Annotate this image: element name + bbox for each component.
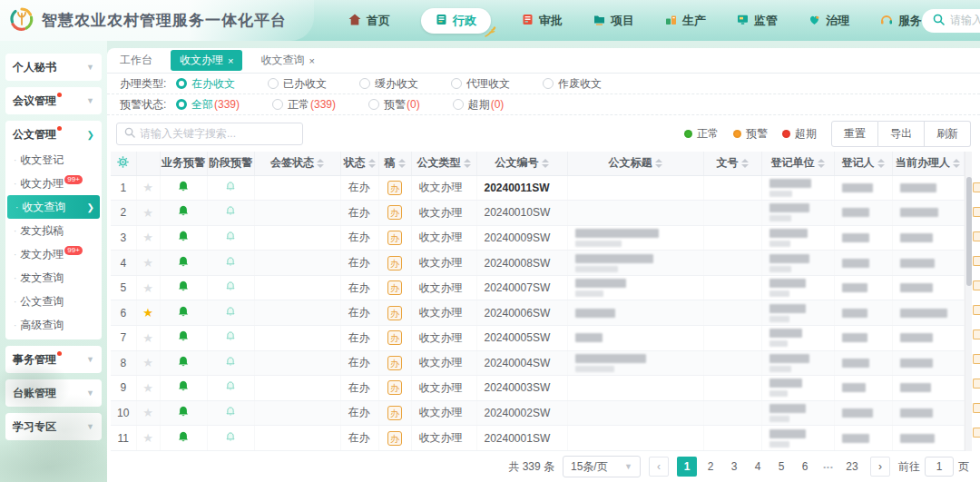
col-header-登记人[interactable]: 登记人 — [834, 152, 892, 175]
table-row[interactable]: 6★在办办收文办理20240006SW — [111, 300, 964, 326]
sidebar-item-发文查询[interactable]: ·发文查询 — [5, 266, 102, 290]
radio-type-缓办收文[interactable]: 缓办收文 — [359, 76, 418, 92]
col-header-公文标题[interactable]: 公文标题 — [567, 152, 703, 175]
sort-icon[interactable] — [877, 159, 885, 168]
radio-warning-全部[interactable]: 全部(339) — [176, 97, 240, 113]
sort-icon[interactable] — [655, 159, 662, 168]
star-icon[interactable]: ★ — [142, 231, 153, 244]
star-icon[interactable]: ★ — [142, 356, 153, 369]
table-row[interactable]: 7★在办办收文办理20240005SW — [111, 325, 964, 350]
sidebar-group-4[interactable]: 事务管理▼ — [5, 346, 102, 373]
star-icon[interactable]: ★ — [142, 206, 153, 220]
star-icon[interactable]: ★ — [142, 406, 153, 419]
sort-icon[interactable] — [953, 159, 960, 168]
nav-item-6[interactable]: 监管 — [737, 13, 778, 29]
page-button-3[interactable]: 3 — [724, 457, 744, 477]
col-header-col1[interactable] — [136, 152, 160, 175]
col-header-公文编号[interactable]: 公文编号 — [476, 152, 567, 175]
nav-item-2[interactable]: 行政 — [421, 8, 491, 34]
sort-icon[interactable] — [398, 159, 406, 168]
page-size-select[interactable]: 15条/页 ▼ — [563, 456, 641, 477]
vertical-scrollbar[interactable] — [965, 152, 972, 451]
radio-type-在办收文[interactable]: 在办收文 — [176, 76, 235, 92]
page-button-1[interactable]: 1 — [677, 457, 697, 477]
col-header-阶段预警[interactable]: 阶段预警 — [207, 152, 254, 175]
sidebar-item-发文办理[interactable]: ·发文办理99+ — [5, 242, 102, 266]
sort-icon[interactable] — [741, 159, 749, 168]
radio-type-作废收文[interactable]: 作废收文 — [543, 76, 602, 92]
sidebar-group-5[interactable]: 台账管理▼ — [5, 379, 102, 407]
sort-icon[interactable] — [317, 159, 324, 168]
sidebar-item-收文办理[interactable]: ·收文办理99+ — [5, 172, 102, 195]
close-icon[interactable]: × — [309, 55, 314, 66]
table-row[interactable]: 5★在办办收文办理20240007SW — [111, 275, 964, 300]
action-icon[interactable] — [973, 207, 980, 217]
sort-icon[interactable] — [464, 159, 471, 168]
table-row[interactable]: 9★在办办收文办理20240003SW — [111, 376, 964, 401]
nav-item-7[interactable]: 治理 — [808, 13, 849, 29]
star-icon[interactable]: ★ — [142, 306, 153, 320]
nav-item-1[interactable]: 首页 — [348, 13, 390, 29]
col-header-业务预警[interactable]: 业务预警 — [160, 152, 207, 175]
table-row[interactable]: 2★在办办收文办理20240010SW — [111, 201, 964, 226]
导出-button[interactable]: 导出 — [878, 121, 925, 147]
col-header-登记单位[interactable]: 登记单位 — [761, 152, 834, 175]
col-header-col0[interactable] — [111, 152, 136, 175]
table-row[interactable]: 11★在办办收文办理20240001SW — [111, 426, 964, 451]
table-row[interactable]: 4★在办办收文办理20240008SW — [111, 251, 964, 276]
action-icon[interactable] — [973, 330, 980, 339]
star-icon[interactable]: ★ — [142, 256, 153, 270]
action-icon[interactable] — [973, 305, 980, 315]
sidebar-group-3[interactable]: 公文管理❯ — [5, 121, 102, 148]
scrollbar-thumb[interactable] — [966, 177, 972, 286]
col-header-会签状态[interactable]: 会签状态 — [254, 152, 340, 175]
nav-item-4[interactable]: 项目 — [593, 13, 634, 29]
tab-收文办理[interactable]: 收文办理× — [171, 50, 242, 71]
table-row[interactable]: 3★在办办收文办理20240009SW — [111, 225, 964, 251]
table-row[interactable]: 8★在办办收文办理20240004SW — [111, 350, 964, 376]
page-button-4[interactable]: 4 — [748, 457, 768, 477]
keyword-search-input[interactable] — [140, 127, 295, 140]
nav-item-5[interactable]: 生产 — [665, 13, 706, 29]
action-icon[interactable] — [973, 379, 980, 389]
col-header-状态[interactable]: 状态 — [340, 152, 378, 175]
sidebar-group-6[interactable]: 学习专区▼ — [5, 413, 102, 440]
radio-type-已办收文[interactable]: 已办收文 — [268, 76, 327, 92]
next-page-button[interactable]: › — [870, 457, 890, 477]
nav-item-8[interactable]: 服务 — [880, 13, 922, 29]
sidebar-item-收文查询[interactable]: ·收文查询❯ — [7, 195, 100, 219]
action-icon[interactable] — [973, 403, 980, 413]
sidebar-item-收文登记[interactable]: ·收文登记 — [5, 148, 102, 172]
star-icon[interactable]: ★ — [142, 381, 153, 395]
action-icon[interactable] — [973, 231, 980, 241]
goto-page-input[interactable] — [925, 457, 954, 477]
action-icon[interactable] — [973, 256, 980, 266]
col-header-文号[interactable]: 文号 — [703, 152, 761, 175]
tab-收文查询[interactable]: 收文查询× — [260, 53, 314, 68]
sort-icon[interactable] — [368, 159, 376, 168]
action-icon[interactable] — [973, 280, 980, 290]
star-icon[interactable]: ★ — [142, 331, 153, 345]
keyword-search[interactable] — [116, 123, 303, 145]
sidebar-group-1[interactable]: 个人秘书▼ — [5, 54, 102, 81]
重置-button[interactable]: 重置 — [831, 121, 878, 147]
close-icon[interactable]: × — [228, 55, 233, 66]
star-icon[interactable]: ★ — [142, 181, 153, 194]
star-icon[interactable]: ★ — [142, 281, 153, 295]
action-icon[interactable] — [973, 354, 980, 364]
page-button-23[interactable]: 23 — [842, 457, 862, 477]
page-button-6[interactable]: 6 — [795, 457, 815, 477]
radio-type-代理收文[interactable]: 代理收文 — [451, 76, 510, 92]
sidebar-item-高级查询[interactable]: ·高级查询 — [5, 313, 102, 337]
radio-warning-正常[interactable]: 正常(339) — [272, 97, 336, 113]
action-icon[interactable] — [973, 182, 980, 192]
radio-warning-预警[interactable]: 预警(0) — [368, 97, 420, 113]
settings-icon[interactable] — [117, 158, 129, 171]
page-button-2[interactable]: 2 — [701, 457, 720, 477]
page-button-5[interactable]: 5 — [771, 457, 791, 477]
radio-warning-超期[interactable]: 超期(0) — [453, 97, 505, 113]
sort-icon[interactable] — [818, 159, 825, 168]
sort-icon[interactable] — [542, 159, 549, 168]
sidebar-group-2[interactable]: 会议管理▼ — [5, 87, 102, 114]
col-header-稿[interactable]: 稿 — [378, 152, 411, 175]
